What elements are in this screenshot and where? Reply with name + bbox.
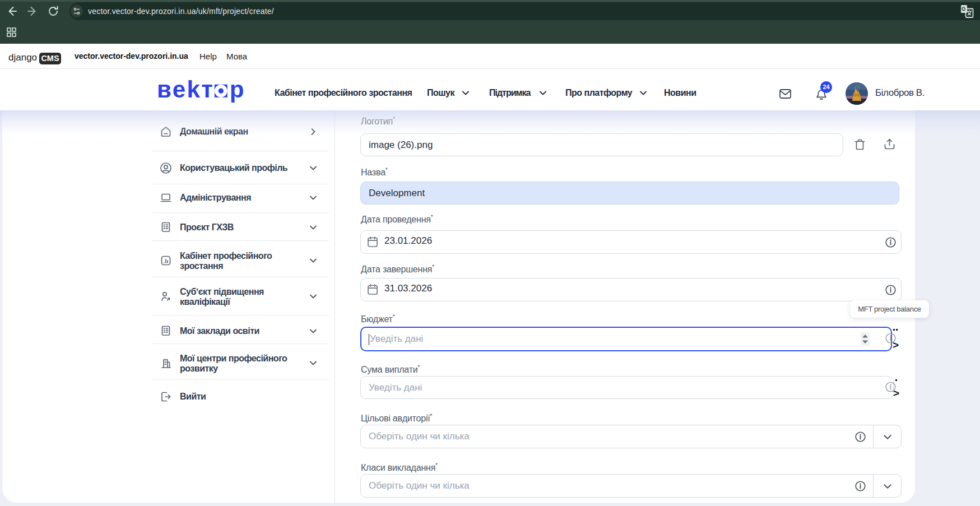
- svg-text:р: р: [230, 76, 244, 103]
- svg-text:веkт: веkт: [157, 76, 214, 103]
